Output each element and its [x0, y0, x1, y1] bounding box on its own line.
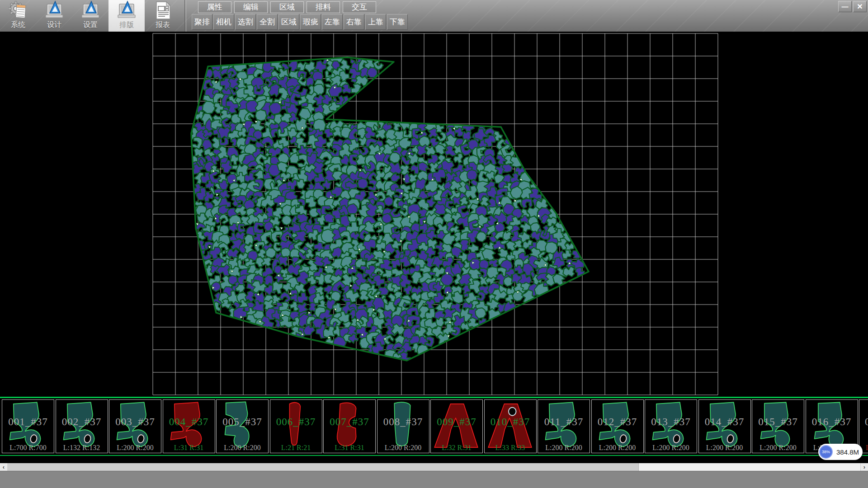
nest-piece[interactable] — [237, 224, 245, 233]
app-settings-label: 设置 — [83, 20, 98, 29]
app-system-button[interactable]: 系统 — [0, 0, 36, 32]
thumbnail-cell-014_#37[interactable]: 014_#37L:200 R:200 — [698, 399, 751, 453]
nest-piece[interactable] — [204, 192, 214, 202]
thumbnail-cell-005_#37[interactable]: 005_#37L:200 R:200 — [216, 399, 269, 453]
piece-thumbnail-shape — [486, 400, 533, 451]
tool-button-row: 聚排相机选割全割区域瑕疵左靠右靠上靠下靠 — [192, 14, 408, 30]
thumbnail-cell-011_#37[interactable]: 011_#37L:200 R:200 — [538, 399, 590, 453]
tool-snap-left-button[interactable]: 左靠 — [322, 14, 343, 30]
nest-piece[interactable] — [479, 260, 489, 269]
nest-piece[interactable] — [306, 77, 314, 86]
nest-piece[interactable] — [266, 248, 276, 258]
piece-thumbnail-shape — [272, 400, 319, 451]
main-toolbar: 系统设计设置排版报表 属性编辑区域排料交互 聚排相机选割全割区域瑕疵左靠右靠上靠… — [0, 0, 868, 32]
nest-piece[interactable] — [269, 102, 282, 114]
thumbnail-cell-007_#37[interactable]: 007_#37L:31 R:31 — [323, 399, 376, 453]
nest-piece[interactable] — [399, 352, 411, 364]
nest-piece[interactable] — [384, 197, 393, 206]
thumbnail-cell-015_#37[interactable]: 015_#37L:200 R:200 — [752, 399, 804, 453]
tool-snap-down-button[interactable]: 下靠 — [387, 14, 408, 30]
nest-piece[interactable] — [315, 135, 327, 149]
piece-thumbnail-shape — [647, 400, 694, 451]
app-settings-button[interactable]: 设置 — [72, 0, 108, 32]
app-report-button[interactable]: 报表 — [145, 0, 181, 32]
memory-size-label: 384.8M — [833, 448, 863, 456]
horizontal-scrollbar[interactable]: ‹ › — [0, 463, 868, 471]
tab-interactive[interactable]: 交互 — [343, 1, 376, 13]
nest-piece[interactable] — [436, 317, 444, 327]
tool-select-cut-button[interactable]: 选割 — [235, 14, 256, 30]
nest-piece[interactable] — [375, 129, 386, 139]
thumbnail-cell-001_#37[interactable]: 001_#37L:700 R:700 — [2, 399, 54, 453]
nest-piece[interactable] — [522, 198, 533, 208]
thumbnail-cell-013_#37[interactable]: 013_#37L:200 R:200 — [645, 399, 697, 453]
nest-piece[interactable] — [358, 178, 368, 189]
window-controls: — ✕ — [838, 1, 867, 12]
nested-pieces-layer — [185, 52, 585, 364]
nest-piece[interactable] — [192, 137, 202, 149]
nest-piece[interactable] — [294, 230, 307, 242]
ruler-laptop-icon — [81, 0, 100, 20]
tab-region[interactable]: 区域 — [270, 1, 304, 13]
thumbnail-cell-010_#37[interactable]: 010_#37L:33 R:33 — [484, 399, 537, 453]
app-system-label: 系统 — [11, 20, 25, 29]
nest-piece[interactable] — [203, 101, 215, 114]
tool-snap-right-button[interactable]: 右靠 — [344, 14, 364, 30]
nest-piece[interactable] — [347, 204, 358, 215]
report-doc-icon — [153, 0, 172, 20]
nest-piece[interactable] — [382, 213, 392, 223]
app-layout-button[interactable]: 排版 — [108, 0, 145, 32]
nest-piece[interactable] — [480, 197, 489, 207]
nest-piece[interactable] — [255, 110, 267, 121]
piece-thumbnail-shape — [701, 400, 748, 451]
nest-piece[interactable] — [219, 137, 229, 146]
tool-cluster-nest-button[interactable]: 聚排 — [192, 14, 212, 30]
piece-thumbnail-shape — [594, 400, 641, 451]
status-bar — [0, 471, 868, 488]
scroll-left-button[interactable]: ‹ — [0, 463, 8, 471]
nest-piece[interactable] — [476, 232, 486, 242]
scroll-right-button[interactable]: › — [860, 463, 868, 471]
thumbnail-cell-004_#37[interactable]: 004_#37L:31 R:31 — [163, 399, 215, 453]
thumbnail-cell-009_#37[interactable]: 009_#37L:32 R:31 — [430, 399, 483, 453]
tool-region-button[interactable]: 区域 — [278, 14, 299, 30]
piece-thumbnail-shape — [165, 400, 212, 451]
minimize-button[interactable]: — — [838, 1, 852, 12]
nest-piece[interactable] — [475, 308, 486, 319]
nest-piece[interactable] — [488, 259, 499, 267]
app-design-button[interactable]: 设计 — [36, 0, 72, 32]
piece-thumbnail-shape — [379, 400, 426, 451]
tool-snap-up-button[interactable]: 上靠 — [365, 14, 386, 30]
tab-properties[interactable]: 属性 — [198, 1, 231, 13]
nest-piece[interactable] — [253, 222, 264, 234]
thumbnail-cell-002_#37[interactable]: 002_#37L:132 R:132 — [56, 399, 108, 453]
tool-defect-button[interactable]: 瑕疵 — [300, 14, 321, 30]
nest-piece[interactable] — [390, 153, 400, 163]
thumbnail-cell-012_#37[interactable]: 012_#37L:200 R:200 — [591, 399, 644, 453]
nest-piece[interactable] — [278, 256, 288, 266]
tool-camera-button[interactable]: 相机 — [213, 14, 234, 30]
piece-thumbnail-shape — [58, 400, 105, 451]
thumbnail-cell-008_#37[interactable]: 008_#37L:200 R:200 — [377, 399, 429, 453]
nest-piece[interactable] — [282, 215, 292, 225]
nest-piece[interactable] — [392, 324, 405, 335]
thumbnail-cell-003_#37[interactable]: 003_#37L:200 R:200 — [109, 399, 161, 453]
nest-piece[interactable] — [281, 248, 290, 257]
nest-piece[interactable] — [261, 257, 271, 267]
tab-nesting[interactable]: 排料 — [307, 1, 340, 13]
nest-piece[interactable] — [467, 170, 477, 180]
nest-piece[interactable] — [503, 231, 512, 241]
nest-piece[interactable] — [245, 291, 255, 302]
ruler-laptop-icon — [117, 0, 136, 20]
nest-piece[interactable] — [296, 118, 307, 132]
piece-thumbnail-shape — [754, 400, 801, 451]
tool-cut-all-button[interactable]: 全割 — [257, 14, 278, 30]
thumbnail-cell-partial[interactable]: 0L: — [859, 399, 868, 453]
tab-edit[interactable]: 编辑 — [234, 1, 268, 13]
thumbnail-cell-006_#37[interactable]: 006_#37L:21 R:21 — [270, 399, 322, 453]
thumbnail-label: 0 — [859, 416, 868, 428]
close-button[interactable]: ✕ — [853, 1, 867, 12]
scrollbar-thumb[interactable] — [8, 463, 639, 471]
piece-thumbnail-shape — [111, 400, 158, 451]
notch-marker — [216, 193, 219, 196]
